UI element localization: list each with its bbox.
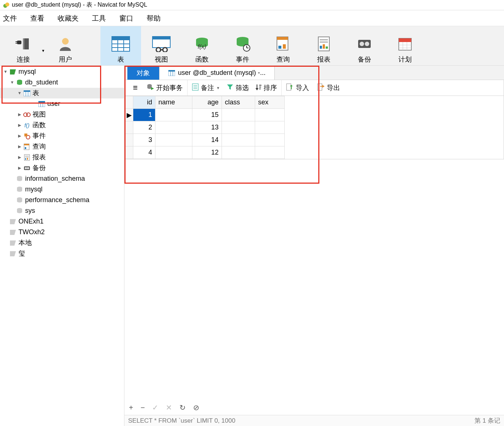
db-grey-icon — [16, 197, 24, 204]
tree-twisty-icon[interactable]: ▶ — [16, 141, 23, 152]
tree-row-10[interactable]: information_schema — [0, 173, 124, 184]
svg-rect-39 — [399, 38, 411, 42]
tree-row-3[interactable]: user — [0, 98, 124, 109]
cell-age[interactable]: 14 — [192, 134, 222, 146]
tree-row-13[interactable]: sys — [0, 205, 124, 216]
dropdown-icon[interactable]: ▼ — [41, 49, 45, 53]
tree-twisty-icon[interactable]: ▶ — [16, 131, 23, 141]
table-row[interactable]: 314 — [125, 134, 285, 146]
cell-sex[interactable] — [255, 109, 285, 121]
cell-class[interactable] — [222, 134, 255, 146]
menu-tools[interactable]: 工具 — [92, 14, 106, 23]
tree-row-9[interactable]: ▶备份 — [0, 163, 124, 173]
cell-class[interactable] — [222, 109, 255, 121]
filter-button[interactable]: 筛选 — [236, 83, 249, 92]
cell-sex[interactable] — [255, 134, 285, 146]
tree-row-11[interactable]: mysql — [0, 184, 124, 195]
tree-row-12[interactable]: performance_schema — [0, 195, 124, 205]
menu-help[interactable]: 帮助 — [147, 14, 161, 23]
tree-twisty-icon[interactable]: ▶ — [16, 163, 23, 173]
export-button[interactable]: 导出 — [327, 83, 340, 92]
cell-sex[interactable] — [255, 121, 285, 134]
tree-row-5[interactable]: ▶f()函数 — [0, 120, 124, 131]
svg-point-7 — [62, 38, 69, 45]
cell-sex[interactable] — [255, 146, 285, 159]
col-header-class[interactable]: class — [222, 96, 255, 109]
tab-user-label: user @db_student (mysql) -... — [178, 69, 265, 77]
tree-row-2[interactable]: ▼表 — [0, 88, 124, 98]
dropdown-icon[interactable]: ▼ — [216, 86, 220, 90]
cell-name[interactable] — [155, 109, 192, 121]
tool-backup[interactable]: 备份 — [344, 26, 385, 65]
import-button[interactable]: 导入 — [296, 83, 309, 92]
cell-id[interactable]: 3 — [133, 134, 155, 146]
row-indicator-icon — [125, 134, 133, 146]
tree-row-4[interactable]: ▶视图 — [0, 109, 124, 120]
col-header-sex[interactable]: sex — [255, 96, 285, 109]
tree-twisty-icon[interactable]: ▶ — [16, 109, 23, 120]
delete-record-button[interactable]: − — [141, 404, 145, 412]
cell-id[interactable]: 4 — [133, 146, 155, 159]
tree-row-7[interactable]: ▶查询 — [0, 141, 124, 152]
menu-file[interactable]: 文件 — [3, 14, 17, 23]
tree-row-0[interactable]: ▼mysql — [0, 66, 124, 77]
tool-function[interactable]: f(x) 函数 — [182, 26, 222, 65]
cell-class[interactable] — [222, 146, 255, 159]
col-header-age[interactable]: age — [192, 96, 222, 109]
col-header-id[interactable]: id — [133, 96, 155, 109]
tree-row-6[interactable]: ▶事件 — [0, 131, 124, 141]
tree-row-15[interactable]: TWOxh2 — [0, 227, 124, 238]
tree-twisty-icon[interactable]: ▼ — [16, 88, 23, 98]
tree-twisty-icon[interactable]: ▼ — [9, 77, 16, 88]
table-row[interactable]: 412 — [125, 146, 285, 159]
menu-window[interactable]: 窗口 — [119, 14, 133, 23]
cell-age[interactable]: 13 — [192, 121, 222, 134]
tab-objects[interactable]: 对象 — [127, 66, 159, 80]
add-record-button[interactable]: + — [129, 404, 133, 412]
cell-name[interactable] — [155, 121, 192, 134]
refresh-button[interactable]: ↻ — [179, 403, 186, 412]
tab-user-table[interactable]: user @db_student (mysql) -... — [159, 66, 275, 80]
menu-view[interactable]: 查看 — [30, 14, 44, 23]
tool-view[interactable]: 视图 — [141, 26, 182, 65]
tool-event[interactable]: 事件 — [222, 26, 263, 65]
tree-twisty-icon[interactable]: ▼ — [2, 66, 9, 77]
cell-class[interactable] — [222, 121, 255, 134]
cell-name[interactable] — [155, 146, 192, 159]
tree-row-14[interactable]: ONExh1 — [0, 216, 124, 227]
tree-row-8[interactable]: ▶报表 — [0, 152, 124, 163]
col-header-name[interactable]: name — [155, 96, 192, 109]
begin-transaction-button[interactable]: 开始事务 — [142, 80, 188, 96]
tool-schedule[interactable]: 计划 — [385, 26, 425, 65]
cell-age[interactable]: 12 — [192, 146, 222, 159]
apply-button[interactable]: ✓ — [152, 403, 158, 412]
tree-row-16[interactable]: 本地 — [0, 238, 124, 248]
cell-age[interactable]: 15 — [192, 109, 222, 121]
menu-fav[interactable]: 收藏夹 — [58, 14, 79, 23]
tool-user[interactable]: 用户 — [45, 26, 86, 65]
cell-id[interactable]: 1 — [133, 109, 155, 121]
tree-twisty-icon[interactable]: ▶ — [16, 152, 23, 163]
tool-connection[interactable]: 连接 — [3, 33, 44, 65]
connection-tree[interactable]: ▼mysql▼db_student▼表user▶视图▶f()函数▶事件▶查询▶报… — [0, 66, 124, 426]
svg-point-37 — [365, 42, 369, 46]
stop-button[interactable]: ⊘ — [193, 403, 199, 412]
table-row[interactable]: ▶115 — [125, 109, 285, 121]
table-row[interactable]: 213 — [125, 121, 285, 134]
sort-button[interactable]: 排序 — [264, 83, 277, 92]
memo-button[interactable]: 备注 — [201, 83, 214, 92]
tree-row-17[interactable]: 玺 — [0, 248, 124, 259]
tree-twisty-icon[interactable]: ▶ — [16, 120, 23, 131]
cell-name[interactable] — [155, 134, 192, 146]
cell-id[interactable]: 2 — [133, 121, 155, 134]
tool-table[interactable]: 表 — [100, 26, 141, 65]
data-grid[interactable]: idnameageclasssex▶115213314412 — [124, 96, 504, 159]
row-indicator-icon — [125, 121, 133, 134]
cancel-button[interactable]: ✕ — [166, 403, 172, 412]
svg-marker-97 — [322, 85, 325, 88]
tool-report[interactable]: 报表 — [304, 26, 344, 65]
tool-query[interactable]: 查询 — [263, 26, 304, 65]
svg-point-17 — [163, 48, 167, 52]
menu-button[interactable]: ≡ — [128, 80, 142, 96]
tree-row-1[interactable]: ▼db_student — [0, 77, 124, 88]
